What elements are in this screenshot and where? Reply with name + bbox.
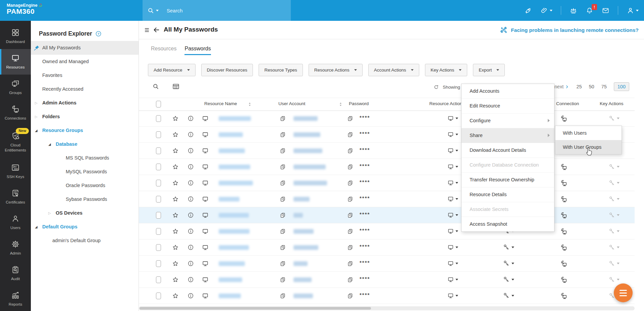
info-icon[interactable] bbox=[187, 180, 194, 186]
tree-item-ms-sql-passwords[interactable]: MS SQL Passwords bbox=[31, 151, 139, 165]
copy-icon[interactable] bbox=[347, 293, 353, 299]
submenu-item-with-users[interactable]: With Users bbox=[555, 126, 622, 140]
menu-item-add-accounts[interactable]: Add Accounts bbox=[462, 84, 554, 99]
copy-icon[interactable] bbox=[347, 212, 353, 218]
row-checkbox[interactable] bbox=[156, 180, 161, 186]
row-checkbox[interactable] bbox=[156, 115, 161, 122]
tree-item-sybase-passwords[interactable]: Sybase Passwords bbox=[31, 192, 139, 206]
connection-icon[interactable] bbox=[560, 212, 568, 219]
assistant-fab-button[interactable] bbox=[614, 283, 633, 302]
menu-item-access-snapshot[interactable]: Access Snapshot bbox=[462, 217, 554, 231]
sidebar-item-ssh-keys[interactable]: SSHSSH Keys bbox=[0, 159, 31, 184]
connection-icon[interactable] bbox=[560, 260, 568, 267]
search-scope-caret-icon[interactable] bbox=[156, 10, 159, 13]
remote-connection-icon[interactable] bbox=[447, 260, 458, 267]
menu-item-share[interactable]: Share bbox=[462, 128, 554, 143]
row-checkbox[interactable] bbox=[156, 164, 161, 170]
tree-collapsed-icon[interactable]: ▷ bbox=[35, 96, 38, 110]
page-size-100[interactable]: 100 bbox=[614, 82, 629, 91]
info-icon[interactable] bbox=[187, 115, 194, 122]
copy-icon[interactable] bbox=[280, 228, 286, 234]
key-actions-icon[interactable] bbox=[609, 244, 620, 251]
key-actions-icon[interactable] bbox=[609, 276, 620, 283]
toolbar-button-export[interactable]: Export bbox=[473, 64, 505, 76]
connection-icon[interactable] bbox=[560, 228, 568, 235]
remote-connection-icon[interactable] bbox=[447, 164, 458, 170]
remote-connection-icon[interactable] bbox=[447, 180, 458, 186]
remote-connection-icon[interactable] bbox=[447, 276, 458, 283]
copy-icon[interactable] bbox=[280, 245, 286, 251]
copy-icon[interactable] bbox=[347, 164, 353, 170]
remote-connection-icon[interactable] bbox=[447, 147, 458, 154]
remote-connection-icon[interactable] bbox=[447, 244, 458, 251]
favorite-star-icon[interactable] bbox=[172, 180, 179, 186]
copy-icon[interactable] bbox=[280, 116, 286, 122]
key-actions-icon[interactable] bbox=[609, 212, 620, 218]
favorite-star-icon[interactable] bbox=[172, 115, 179, 122]
tree-item-admin-actions[interactable]: ▷Admin Actions bbox=[31, 96, 139, 110]
tab-passwords[interactable]: Passwords bbox=[184, 46, 211, 55]
tree-item-os-devices[interactable]: ▷OS Devices bbox=[31, 206, 139, 220]
select-all-checkbox[interactable] bbox=[156, 101, 161, 107]
connection-icon[interactable] bbox=[560, 179, 568, 187]
column-view-icon[interactable] bbox=[172, 83, 180, 90]
tree-expanded-icon[interactable]: ◢ bbox=[48, 137, 51, 151]
crown-icon[interactable] bbox=[570, 7, 577, 14]
user-account-icon[interactable] bbox=[627, 7, 639, 14]
remote-connection-icon[interactable] bbox=[447, 131, 458, 138]
favorite-star-icon[interactable] bbox=[172, 244, 179, 251]
copy-icon[interactable] bbox=[280, 132, 286, 138]
tree-item-recently-accessed[interactable]: Recently Accessed bbox=[31, 82, 139, 96]
connection-icon[interactable] bbox=[560, 244, 568, 251]
connection-icon[interactable] bbox=[560, 163, 568, 171]
resource-actions-key-icon[interactable] bbox=[503, 292, 514, 299]
global-search-input[interactable]: Search bbox=[143, 0, 291, 21]
column-header-user-account[interactable]: User Account bbox=[278, 101, 305, 106]
connection-icon[interactable] bbox=[560, 195, 568, 203]
favorite-star-icon[interactable] bbox=[172, 293, 179, 299]
info-icon[interactable] bbox=[187, 293, 194, 299]
key-actions-icon[interactable] bbox=[609, 164, 620, 170]
pagination-next-button[interactable]: next bbox=[554, 84, 569, 89]
key-actions-icon[interactable] bbox=[609, 260, 620, 267]
remote-connection-icon[interactable] bbox=[447, 212, 458, 218]
copy-icon[interactable] bbox=[347, 180, 353, 186]
link-icon[interactable] bbox=[540, 7, 552, 14]
table-search-icon[interactable] bbox=[152, 83, 159, 90]
row-checkbox[interactable] bbox=[156, 244, 161, 251]
sidebar-item-connections[interactable]: Connections bbox=[0, 100, 31, 126]
info-icon[interactable] bbox=[187, 244, 194, 251]
copy-icon[interactable] bbox=[280, 277, 286, 283]
info-icon[interactable] bbox=[187, 276, 194, 283]
toolbar-button-key-actions[interactable]: Key Actions bbox=[425, 64, 468, 76]
sidebar-item-users[interactable]: Users bbox=[0, 210, 31, 235]
favorite-star-icon[interactable] bbox=[172, 147, 179, 154]
toolbar-button-resource-actions[interactable]: Resource Actions bbox=[309, 64, 363, 76]
favorite-star-icon[interactable] bbox=[172, 164, 179, 170]
copy-icon[interactable] bbox=[347, 277, 353, 283]
copy-icon[interactable] bbox=[347, 261, 353, 267]
mail-icon[interactable] bbox=[602, 7, 609, 14]
info-icon[interactable] bbox=[187, 147, 194, 154]
sidebar-item-certificates[interactable]: Certificates bbox=[0, 184, 31, 210]
sidebar-item-audit[interactable]: Audit bbox=[0, 261, 31, 286]
row-checkbox[interactable] bbox=[156, 196, 161, 203]
connection-icon[interactable] bbox=[560, 276, 568, 283]
copy-icon[interactable] bbox=[347, 132, 353, 138]
key-actions-icon[interactable] bbox=[609, 196, 620, 202]
row-checkbox[interactable] bbox=[156, 147, 161, 154]
copy-icon[interactable] bbox=[280, 293, 286, 299]
remote-connection-icon[interactable] bbox=[447, 115, 458, 122]
tree-item-default-groups[interactable]: ◢Default Groups bbox=[31, 220, 139, 234]
copy-icon[interactable] bbox=[347, 196, 353, 202]
remote-connection-icon[interactable] bbox=[447, 293, 458, 299]
sort-icon[interactable] bbox=[247, 102, 252, 107]
info-icon[interactable] bbox=[187, 212, 194, 218]
info-icon[interactable] bbox=[187, 164, 194, 170]
info-icon[interactable] bbox=[187, 131, 194, 138]
key-actions-icon[interactable] bbox=[609, 228, 620, 234]
remote-connection-icon[interactable] bbox=[447, 196, 458, 202]
sidebar-item-admin[interactable]: Admin bbox=[0, 235, 31, 261]
favorite-star-icon[interactable] bbox=[172, 131, 179, 138]
sidebar-item-dashboard[interactable]: Dashboard bbox=[0, 24, 31, 49]
